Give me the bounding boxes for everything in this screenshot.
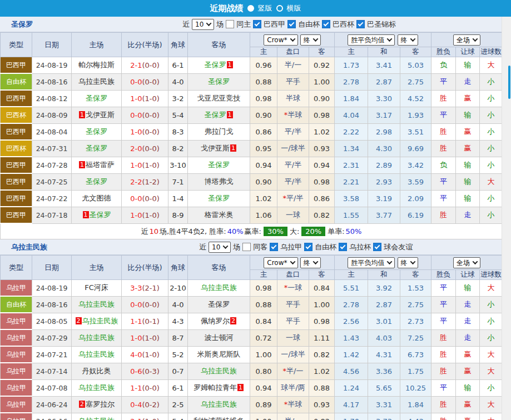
home-team[interactable]: 2乌拉圭民族 [72,313,122,329]
away-team[interactable]: 格雷米奥 [188,207,250,223]
scope-select[interactable]: 全场 [453,257,480,268]
team-link[interactable]: 乌拉圭民族 [201,367,237,375]
team-link[interactable]: 帕尔梅拉斯 [78,61,115,69]
same-away-checkbox[interactable] [242,243,251,251]
league-filter-checkbox[interactable] [373,243,381,251]
odds-company-select[interactable]: Crow* [264,257,297,268]
score[interactable]: 3-3(2-1) [122,280,168,297]
league-filter-checkbox[interactable] [287,20,296,28]
team-link[interactable]: 圣保罗 [86,144,107,152]
team-link[interactable]: 博塔弗戈 [205,177,234,186]
team-link[interactable]: 乌拉圭民族 [78,350,115,358]
home-team[interactable]: 1戈伊亚斯 [72,107,122,123]
team-link[interactable]: 圣保罗 [208,161,230,169]
team-link[interactable]: 乌拉圭民族 [78,300,115,308]
league-filter-checkbox[interactable] [270,243,278,251]
league-filter-checkbox[interactable] [322,20,330,28]
team-link[interactable]: 圣保罗 [90,211,111,219]
team-link[interactable]: 圣保罗 [208,194,230,202]
home-team[interactable]: 乌拉圭民族 [72,379,122,396]
vertical-layout-radio[interactable] [247,5,254,12]
score[interactable]: 0-0(0-0) [122,73,168,90]
away-team[interactable]: 圣保罗 [188,73,250,90]
home-team[interactable]: 圣保罗 [72,173,122,190]
home-team[interactable]: 2塞罗拉尔 [72,396,122,413]
team-link[interactable]: 戈亚尼亚竞技 [197,94,241,102]
avg-select[interactable]: 胜平负均值 [348,257,395,268]
odds-final-select[interactable]: 终 [300,34,321,46]
team-link[interactable]: 尤文图德 [82,194,111,202]
away-team[interactable]: 圣保罗1 [188,107,250,123]
team-link[interactable]: 弗拉门戈 [205,127,234,136]
away-team[interactable]: 戈伊亚斯1 [188,140,250,157]
score[interactable]: 1-0(1-0) [122,157,168,173]
team-link[interactable]: 乌拉圭民族 [78,417,115,420]
away-team[interactable]: 乌拉圭民族 [188,363,250,379]
team-link[interactable]: 乌拉圭民族 [78,77,115,86]
away-team[interactable]: 乌拉圭民族 [188,280,250,297]
away-team[interactable]: 戈亚尼亚竞技 [188,90,250,107]
scope-select[interactable]: 全场 [453,34,480,46]
score[interactable]: 2-1(0-0) [122,57,168,74]
home-team[interactable]: FC河床 [72,280,122,297]
horizontal-layout-radio[interactable] [276,5,283,12]
team-link[interactable]: 乌拉圭民族 [78,333,115,342]
team-link[interactable]: FC河床 [85,283,108,292]
avg-final-select[interactable]: 终 [398,257,418,268]
home-team[interactable]: 1福塔雷萨 [72,157,122,173]
score[interactable]: 0-0(0-0) [122,296,168,313]
team-link[interactable]: 乌拉圭民族 [78,383,115,392]
odds-final-select[interactable]: 终 [300,257,321,268]
odds-company-select[interactable]: Crow* [264,34,297,46]
vertical-scrollbar[interactable] [502,17,511,420]
home-team[interactable]: 尤文图德 [72,190,122,207]
league-filter-checkbox[interactable] [339,243,347,251]
away-team[interactable]: 米斯奥尼斯队 [188,346,250,363]
away-team[interactable]: 圣保罗 [188,190,250,207]
scrollbar-thumb[interactable] [508,66,510,99]
team-link[interactable]: 米斯奥尼斯队 [197,350,241,358]
score[interactable]: 0-0(0-0) [122,107,168,123]
league-filter-checkbox[interactable] [304,243,312,251]
team-link[interactable]: 塞罗拉尔 [86,400,115,408]
score[interactable]: 4-0(1-0) [122,346,168,363]
away-team[interactable]: 利物浦蒙特维多 [188,413,250,420]
team-link[interactable]: 圣保罗 [205,111,226,119]
score[interactable]: 0-6(0-3) [122,363,168,379]
team-link[interactable]: 圣保罗 [205,61,226,69]
home-team[interactable]: 乌拉圭民族 [72,73,122,90]
score[interactable]: 2-1(1-0) [122,413,168,420]
team-link[interactable]: 圣保罗 [86,94,107,102]
away-team[interactable]: 圣保罗1 [188,57,250,74]
team-link[interactable]: 乌拉圭民族 [201,283,237,292]
score[interactable]: 1-0(1-0) [122,90,168,107]
team-link[interactable]: 福塔雷萨 [86,161,115,169]
away-team[interactable]: 罗姆帕拉青年1 [188,379,250,396]
avg-final-select[interactable]: 终 [398,34,418,46]
team-link[interactable]: 佩纳罗尔 [201,317,230,325]
team-link[interactable]: 丹奴比奥 [82,367,111,375]
team-link[interactable]: 戈伊亚斯 [86,111,115,119]
games-count-select[interactable]: 10 [209,242,231,253]
team-link[interactable]: 格雷米奥 [205,211,234,219]
away-team[interactable]: 弗拉门戈 [188,123,250,140]
home-team[interactable]: 帕尔梅拉斯 [72,57,122,74]
same-home-checkbox[interactable] [226,20,234,28]
score[interactable]: 1-1(0-0) [122,379,168,396]
away-team[interactable]: 博塔弗戈 [188,173,250,190]
away-team[interactable]: 波士顿河 [188,329,250,346]
score[interactable]: 0-4(0-2) [122,396,168,413]
team-link[interactable]: 圣保罗 [86,127,107,136]
team-link[interactable]: 戈伊亚斯 [201,144,230,152]
team-link[interactable]: 乌拉圭民族 [201,400,237,408]
score[interactable]: 2-0(0-0) [122,140,168,157]
score[interactable]: 1-1(0-1) [122,313,168,329]
home-team[interactable]: 圣保罗 [72,123,122,140]
score[interactable]: 0-0(0-0) [122,190,168,207]
away-team[interactable]: 圣保罗 [188,157,250,173]
away-team[interactable]: 圣保罗 [188,296,250,313]
home-team[interactable]: 乌拉圭民族 [72,296,122,313]
league-filter-checkbox[interactable] [356,20,365,28]
team-link[interactable]: 乌拉圭民族 [82,317,118,325]
home-team[interactable]: 乌拉圭民族 [72,329,122,346]
